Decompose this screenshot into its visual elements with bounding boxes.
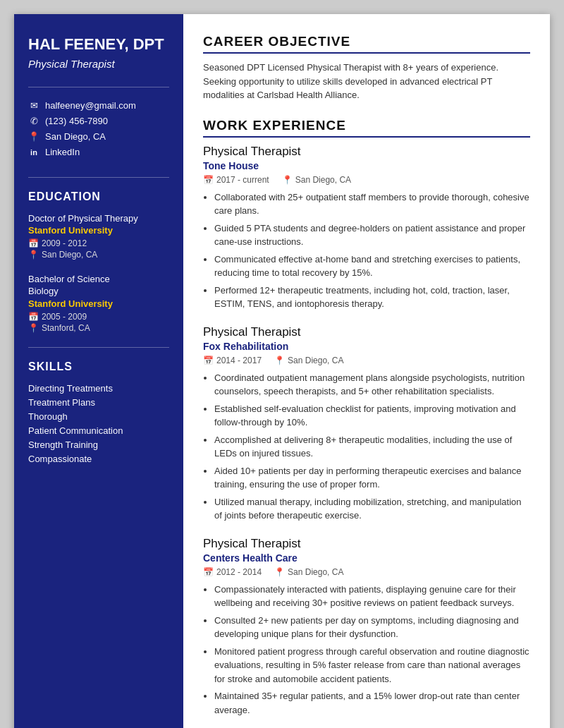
job-2-bullet-4: Aided 10+ patients per day in performing…: [214, 464, 530, 492]
job-2-bullet-1: Coordinated outpatient management plans …: [214, 371, 530, 399]
career-objective-section: CAREER OBJECTIVE Seasoned DPT Licensed P…: [203, 34, 530, 102]
job-2-company: Fox Rehabilitation: [203, 341, 530, 352]
candidate-name: HAL FEENEY, DPT: [28, 35, 169, 54]
job-1-bullet-2: Guided 5 PTA students and degree-holders…: [214, 222, 530, 249]
education-title: EDUCATION: [28, 190, 169, 203]
sidebar-divider-1: [28, 87, 169, 87]
skills-title: SKILLS: [28, 360, 169, 373]
work-experience-section: WORK EXPERIENCE Physical Therapist Tone …: [203, 118, 530, 717]
job-2-bullets: Coordinated outpatient management plans …: [203, 371, 530, 523]
job-3-bullet-4: Maintained 35+ regular patients, and a 1…: [214, 689, 530, 717]
cal-icon-2: 📅: [28, 312, 39, 322]
skill-1: Directing Treatments: [28, 383, 169, 394]
job-1-bullet-1: Collaborated with 25+ outpatient staff m…: [214, 190, 530, 218]
skill-4: Patient Communication: [28, 425, 169, 436]
edu-2-location: 📍 Stanford, CA: [28, 323, 169, 333]
sidebar-divider-2: [28, 177, 169, 178]
email-text: halfeeney@gmail.com: [45, 100, 136, 111]
phone-text: (123) 456-7890: [45, 116, 108, 126]
phone-icon: [28, 116, 39, 126]
sidebar: HAL FEENEY, DPT Physical Therapist halfe…: [14, 14, 183, 728]
job-1-bullet-3: Communicated effective at-home band and …: [214, 253, 530, 280]
sidebar-divider-3: [28, 347, 169, 348]
candidate-title: Physical Therapist: [28, 58, 169, 70]
job-3-years: 📅 2012 - 2014: [203, 567, 262, 577]
job-1-meta: 📅 2017 - current 📍 San Diego, CA: [203, 175, 530, 185]
career-objective-text: Seasoned DPT Licensed Physical Therapist…: [203, 61, 530, 102]
job-3-bullet-3: Monitored patient progress through caref…: [214, 645, 530, 686]
job-3-company: Centers Health Care: [203, 552, 530, 564]
job-3-bullet-2: Consulted 2+ new patients per day on sym…: [214, 614, 530, 641]
job-2-bullet-3: Accomplished at delivering 8+ therapeuti…: [214, 433, 530, 461]
job-1-company: Tone House: [203, 160, 530, 171]
cal-icon-1: 📅: [28, 238, 39, 248]
job-2-location: 📍 San Diego, CA: [274, 356, 343, 365]
contact-phone: (123) 456-7890: [28, 116, 169, 126]
main-content: CAREER OBJECTIVE Seasoned DPT Licensed P…: [183, 14, 550, 728]
edu-1-location: 📍 San Diego, CA: [28, 250, 169, 260]
job-1-bullets: Collaborated with 25+ outpatient staff m…: [203, 190, 530, 311]
job-2-bullet-2: Established self-evaluation checklist fo…: [214, 402, 530, 430]
loc-icon-j1: 📍: [282, 175, 293, 185]
linkedin-text: LinkedIn: [45, 147, 80, 157]
edu-1-degree: Doctor of Physical Therapy: [28, 213, 169, 224]
contact-section: halfeeney@gmail.com (123) 456-7890 San D…: [28, 100, 169, 157]
location-text: San Diego, CA: [45, 131, 106, 142]
cal-icon-j2: 📅: [203, 356, 214, 365]
job-2-bullet-5: Utilized manual therapy, including mobil…: [214, 495, 530, 523]
career-objective-title: CAREER OBJECTIVE: [203, 34, 530, 54]
job-1-location: 📍 San Diego, CA: [282, 175, 351, 185]
job-2-years: 📅 2014 - 2017: [203, 356, 262, 365]
location-icon: [28, 131, 39, 142]
edu-1-years: 📅 2009 - 2012: [28, 238, 169, 248]
job-2-title: Physical Therapist: [203, 325, 530, 339]
skill-3: Thorough: [28, 411, 169, 422]
work-experience-title: WORK EXPERIENCE: [203, 118, 530, 138]
education-block-2: Bachelor of Science Biology Stanford Uni…: [28, 274, 169, 333]
job-1: Physical Therapist Tone House 📅 2017 - c…: [203, 145, 530, 311]
edu-2-university: Stanford University: [28, 298, 169, 309]
cal-icon-j1: 📅: [203, 175, 214, 185]
job-3: Physical Therapist Centers Health Care 📅…: [203, 537, 530, 717]
skill-6: Compassionate: [28, 454, 169, 464]
email-icon: [28, 100, 39, 111]
job-3-location: 📍 San Diego, CA: [274, 567, 343, 577]
loc-icon-2: 📍: [28, 323, 39, 333]
skill-2: Treatment Plans: [28, 397, 169, 408]
job-1-years: 📅 2017 - current: [203, 175, 269, 185]
job-3-meta: 📅 2012 - 2014 📍 San Diego, CA: [203, 567, 530, 577]
edu-2-field: Biology: [28, 286, 169, 296]
job-1-bullet-4: Performed 12+ therapeutic treatments, in…: [214, 284, 530, 311]
job-2-meta: 📅 2014 - 2017 📍 San Diego, CA: [203, 356, 530, 365]
cal-icon-j3: 📅: [203, 567, 214, 577]
job-1-title: Physical Therapist: [203, 145, 530, 159]
edu-1-university: Stanford University: [28, 225, 169, 236]
loc-icon-j3: 📍: [274, 567, 285, 577]
contact-linkedin[interactable]: LinkedIn: [28, 147, 169, 157]
linkedin-icon: [28, 147, 39, 157]
resume-container: HAL FEENEY, DPT Physical Therapist halfe…: [14, 14, 550, 728]
loc-icon-1: 📍: [28, 250, 39, 260]
skill-5: Strength Training: [28, 439, 169, 450]
skills-list: Directing Treatments Treatment Plans Tho…: [28, 383, 169, 464]
contact-location: San Diego, CA: [28, 131, 169, 142]
loc-icon-j2: 📍: [274, 356, 285, 365]
job-3-bullets: Compassionately interacted with patients…: [203, 583, 530, 717]
job-3-title: Physical Therapist: [203, 537, 530, 551]
job-3-bullet-1: Compassionately interacted with patients…: [214, 583, 530, 610]
edu-2-years: 📅 2005 - 2009: [28, 312, 169, 322]
job-2: Physical Therapist Fox Rehabilitation 📅 …: [203, 325, 530, 523]
edu-2-degree: Bachelor of Science: [28, 274, 169, 284]
education-block-1: Doctor of Physical Therapy Stanford Univ…: [28, 213, 169, 260]
contact-email: halfeeney@gmail.com: [28, 100, 169, 111]
